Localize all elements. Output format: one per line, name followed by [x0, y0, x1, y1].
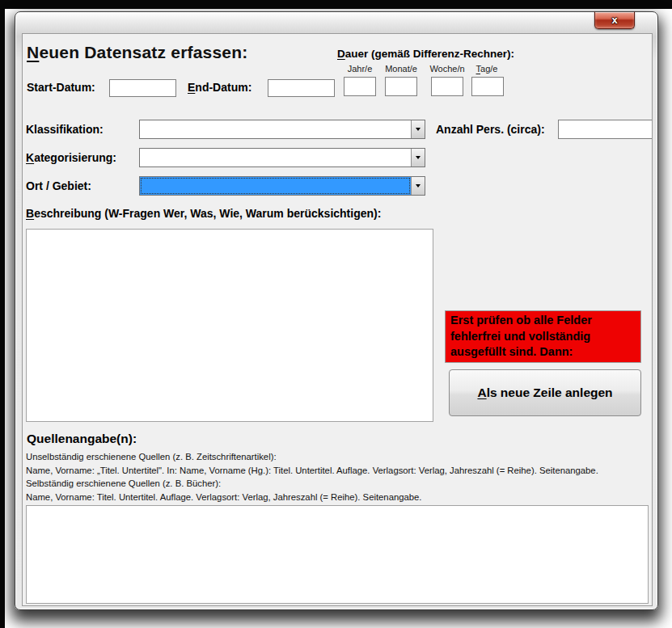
warning-line: ausgefüllt sind. Dann: — [450, 344, 636, 360]
months-input[interactable] — [385, 77, 417, 96]
add-row-button[interactable]: Als neue Zeile anlegen — [449, 369, 641, 416]
chevron-down-icon — [416, 156, 421, 159]
anzahl-label: Anzahl Pers. (circa): — [436, 123, 545, 136]
beschreibung-textarea[interactable] — [26, 229, 433, 422]
ort-gebiet-dropdown-button[interactable] — [411, 177, 425, 195]
quellen-hint-line: Unselbständig erschienene Quellen (z. B.… — [26, 450, 598, 464]
quellen-heading: Quellenangabe(n): — [27, 432, 137, 446]
ort-gebiet-combobox[interactable] — [139, 176, 425, 196]
background-top-band — [0, 0, 672, 9]
anzahl-input[interactable] — [558, 120, 653, 139]
ort-gebiet-label: Ort / Gebiet: — [26, 179, 91, 192]
start-date-label: Start-Datum: — [27, 81, 95, 94]
quellen-textarea[interactable] — [26, 505, 649, 604]
beschreibung-label: Beschreibung (W-Fragen Wer, Was, Wie, Wa… — [26, 207, 381, 220]
weeks-label: Woche/n — [426, 64, 468, 74]
years-input[interactable] — [344, 77, 376, 96]
weeks-input[interactable] — [431, 77, 463, 96]
form-client-area: Neuen Datensatz erfassen: Dauer (gemäß D… — [22, 33, 653, 606]
close-icon: x — [611, 14, 617, 26]
kategorisierung-value[interactable] — [140, 149, 411, 166]
end-date-label: End-Datum: — [188, 81, 251, 94]
kategorisierung-combobox[interactable] — [139, 148, 425, 167]
quellen-hint-line: Name, Vorname: „Titel. Untertitel". In: … — [26, 464, 598, 478]
warning-line: fehlerfrei und vollständig — [450, 329, 636, 345]
background-left-band — [0, 0, 5, 628]
ort-gebiet-value[interactable] — [140, 177, 411, 195]
dialog-window: x Neuen Datensatz erfassen: Dauer (gemäß… — [15, 11, 658, 610]
chevron-down-icon — [416, 128, 421, 131]
warning-panel: Erst prüfen ob alle Felder fehlerfrei un… — [445, 310, 641, 363]
page-title: Neuen Datensatz erfassen: — [27, 43, 247, 62]
quellen-hints: Unselbständig erschienene Quellen (z. B.… — [26, 450, 598, 504]
klassifikation-combobox[interactable] — [139, 120, 425, 139]
end-date-input[interactable] — [268, 79, 335, 97]
klassifikation-label: Klassifikation: — [26, 123, 104, 136]
kategorisierung-dropdown-button[interactable] — [411, 149, 425, 166]
duration-section-label: Dauer (gemäß Differenz-Rechner): — [337, 48, 514, 60]
quellen-hint-line: Name, Vorname: Titel. Untertitel. Auflag… — [26, 491, 598, 504]
years-label: Jahr/e — [339, 64, 381, 74]
days-label: Tag/e — [466, 64, 508, 74]
title-bar[interactable]: x — [15, 12, 657, 33]
quellen-hint-line: Selbständig erschienene Quellen (z. B. B… — [26, 477, 598, 491]
close-button[interactable]: x — [594, 11, 635, 29]
warning-line: Erst prüfen ob alle Felder — [450, 313, 636, 329]
klassifikation-value[interactable] — [140, 120, 411, 138]
klassifikation-dropdown-button[interactable] — [411, 120, 425, 138]
kategorisierung-label: Kategorisierung: — [26, 151, 116, 164]
start-date-input[interactable] — [109, 79, 176, 97]
chevron-down-icon — [416, 184, 421, 188]
days-input[interactable] — [471, 77, 504, 96]
months-label: Monat/e — [380, 64, 422, 74]
